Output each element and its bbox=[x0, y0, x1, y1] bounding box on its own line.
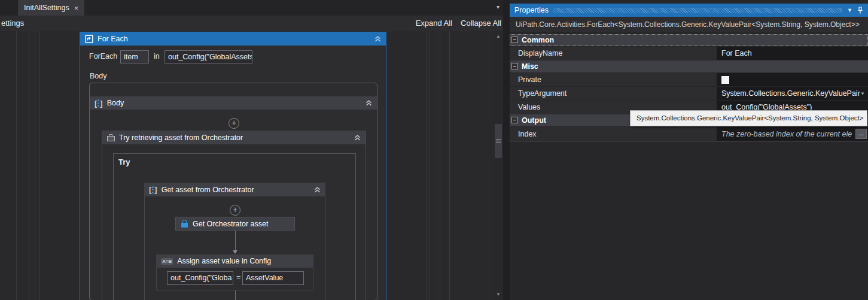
try-catch-header[interactable]: Try retrieving asset from Orchestrator bbox=[102, 131, 366, 144]
try-catch-activity[interactable]: Try retrieving asset from Orchestrator T… bbox=[102, 131, 366, 300]
dropdown-arrow-icon[interactable]: ▼ bbox=[860, 91, 865, 96]
assign-header[interactable]: A=B Assign asset value in Config bbox=[156, 254, 313, 268]
document-tab-bar: InitAllSettings × ▾ bbox=[0, 0, 505, 16]
index-placeholder: The zero-based index of the current ele bbox=[721, 130, 855, 138]
foreach-label: ForEach bbox=[89, 52, 117, 60]
canvas-scrollbar[interactable]: ▲ ▼ bbox=[494, 31, 503, 300]
body-label: Body bbox=[90, 72, 107, 80]
guide-line bbox=[16, 31, 17, 300]
item-input[interactable]: item bbox=[120, 50, 149, 63]
private-value-cell bbox=[717, 73, 868, 86]
sequence-title: Body bbox=[107, 99, 124, 107]
collapse-chevron-icon[interactable] bbox=[314, 187, 321, 193]
grid-divider bbox=[510, 141, 868, 142]
try-catch-icon bbox=[107, 134, 115, 141]
assign-icon: A=B bbox=[161, 258, 173, 265]
try-label: Try bbox=[118, 157, 130, 166]
property-row-displayname: DisplayName For Each bbox=[510, 47, 868, 60]
collapse-chevron-icon[interactable] bbox=[366, 100, 372, 106]
guide-line bbox=[429, 31, 430, 300]
sequence-icon: [] bbox=[95, 99, 103, 108]
properties-title-bar: Properties ▼ bbox=[510, 4, 868, 17]
pin-icon[interactable] bbox=[857, 7, 863, 14]
scrollbar-grip-icon bbox=[496, 139, 501, 143]
connector-arrow-icon bbox=[233, 250, 237, 254]
title-hatch-texture bbox=[553, 8, 842, 13]
add-activity-icon[interactable]: + bbox=[230, 205, 240, 216]
scroll-up-icon[interactable]: ▲ bbox=[494, 32, 503, 41]
index-expression-field[interactable]: The zero-based index of the current ele … bbox=[717, 127, 868, 141]
sequence-icon: [] bbox=[149, 185, 157, 194]
activity-type-signature: UiPath.Core.Activities.ForEach<System.Co… bbox=[510, 17, 868, 32]
collection-input[interactable]: out_Config("GlobalAssets" bbox=[165, 50, 252, 63]
category-label: Output bbox=[522, 116, 546, 125]
typeargument-value: System.Collections.Generic.KeyValuePair bbox=[721, 89, 868, 98]
property-label: Index bbox=[510, 127, 716, 141]
in-label: in bbox=[154, 52, 160, 60]
collapse-chevron-icon[interactable] bbox=[354, 135, 361, 141]
assign-equals-label: = bbox=[236, 273, 240, 281]
property-row-typeargument: TypeArgument System.Collections.Generic.… bbox=[510, 87, 868, 100]
inner-sequence-header[interactable]: [] Get asset from Orchestrator bbox=[144, 183, 325, 196]
activity-title: Try retrieving asset from Orchestrator bbox=[119, 134, 243, 142]
category-common[interactable]: Common bbox=[510, 34, 868, 46]
sequence-title: Get asset from Orchestrator bbox=[162, 186, 254, 194]
activity-title: For Each bbox=[98, 35, 128, 43]
expand-all-button[interactable]: Expand All bbox=[416, 19, 452, 28]
panel-splitter[interactable] bbox=[503, 0, 510, 300]
guide-line bbox=[440, 31, 440, 300]
workflow-canvas: For Each ForEach item in out_Config("Glo… bbox=[0, 31, 505, 300]
for-each-activity[interactable]: For Each ForEach item in out_Config("Glo… bbox=[80, 32, 386, 300]
property-label: Private bbox=[510, 73, 716, 86]
category-misc[interactable]: Misc bbox=[510, 60, 868, 72]
breadcrumb[interactable]: ettings bbox=[1, 19, 24, 28]
collapse-box-icon[interactable] bbox=[511, 37, 518, 43]
assign-value-input[interactable]: AssetValue bbox=[242, 271, 304, 285]
guide-line bbox=[437, 31, 437, 300]
body-sequence-header[interactable]: [] Body bbox=[90, 96, 377, 110]
guide-line bbox=[449, 31, 450, 300]
get-orchestrator-asset-activity[interactable]: Get Orchestrator asset bbox=[175, 217, 295, 231]
scrollbar-thumb[interactable] bbox=[495, 124, 502, 158]
properties-panel: Properties ▼ UiPath.Core.Activities.ForE… bbox=[510, 0, 868, 300]
tab-close-icon[interactable]: × bbox=[74, 4, 79, 12]
tab-overflow-icon[interactable]: ▾ bbox=[497, 4, 500, 10]
property-row-private: Private bbox=[510, 73, 868, 86]
assign-to-input[interactable]: out_Config("Globa bbox=[167, 271, 233, 285]
for-each-body-container: [] Body + Try retrieving asset from Orch… bbox=[89, 83, 377, 300]
type-tooltip: System.Collections.Generic.KeyValuePair<… bbox=[630, 110, 867, 126]
connector-line bbox=[235, 231, 236, 250]
ellipsis-button[interactable]: … bbox=[855, 129, 867, 139]
property-label: DisplayName bbox=[510, 47, 716, 60]
displayname-value-field[interactable]: For Each bbox=[717, 47, 868, 60]
for-each-header[interactable]: For Each bbox=[80, 32, 386, 46]
collapse-box-icon[interactable] bbox=[511, 117, 518, 123]
collapse-box-icon[interactable] bbox=[511, 63, 518, 69]
activity-title: Get Orchestrator asset bbox=[193, 220, 268, 228]
private-checkbox[interactable] bbox=[721, 76, 729, 84]
for-each-expression-row: ForEach item in out_Config("GlobalAssets… bbox=[80, 50, 386, 63]
property-label: TypeArgument bbox=[510, 87, 716, 100]
category-label: Common bbox=[522, 36, 554, 44]
collapse-chevron-icon[interactable] bbox=[374, 36, 381, 42]
guide-line bbox=[426, 31, 427, 300]
connector-line bbox=[235, 290, 236, 300]
property-row-index: Index The zero-based index of the curren… bbox=[510, 127, 868, 141]
lock-icon bbox=[181, 220, 188, 228]
typeargument-combobox[interactable]: System.Collections.Generic.KeyValuePair … bbox=[717, 87, 868, 100]
category-label: Misc bbox=[522, 62, 538, 71]
collapse-all-button[interactable]: Collapse All bbox=[461, 19, 501, 28]
tab-title: InitAllSettings bbox=[24, 4, 69, 12]
panel-menu-icon[interactable]: ▼ bbox=[847, 7, 852, 13]
add-activity-icon[interactable]: + bbox=[229, 118, 239, 129]
try-section: Try [] Get asset from Orchestrator + bbox=[113, 153, 356, 300]
assign-activity[interactable]: A=B Assign asset value in Config out_Con… bbox=[156, 254, 313, 290]
tab-initallsettings[interactable]: InitAllSettings × bbox=[18, 0, 84, 16]
breadcrumb-bar: ettings Expand All Collapse All bbox=[0, 16, 505, 31]
properties-title: Properties bbox=[514, 6, 549, 14]
for-each-icon bbox=[85, 35, 93, 43]
assign-body: out_Config("Globa = AssetValue bbox=[156, 268, 313, 290]
guide-line bbox=[35, 31, 35, 300]
guide-line bbox=[39, 31, 40, 300]
scroll-down-icon[interactable]: ▼ bbox=[494, 290, 503, 299]
